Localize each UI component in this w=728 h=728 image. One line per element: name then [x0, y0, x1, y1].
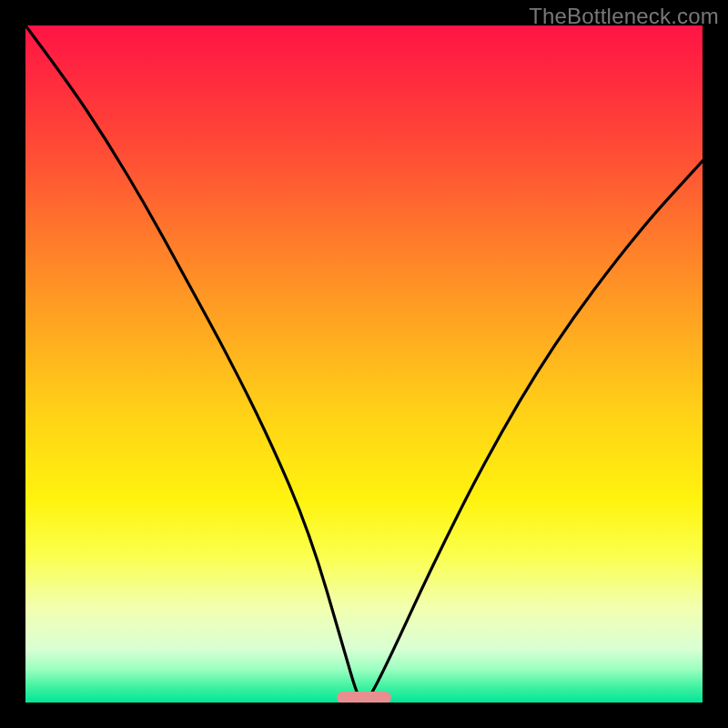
min-marker: [337, 692, 391, 703]
chart-stage: TheBottleneck.com: [0, 0, 728, 728]
plot-area: [25, 25, 703, 703]
bottleneck-curve: [25, 25, 703, 703]
watermark-text: TheBottleneck.com: [529, 4, 719, 29]
curve-path: [25, 25, 703, 701]
